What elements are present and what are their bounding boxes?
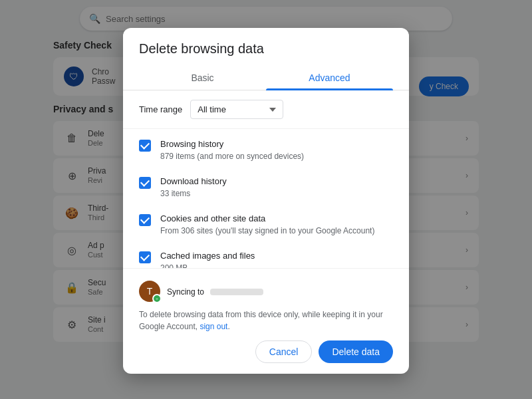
- footer-period: .: [227, 322, 229, 331]
- time-range-label: Time range: [139, 104, 182, 114]
- delete-data-button[interactable]: Delete data: [319, 340, 393, 363]
- footer-buttons: Cancel Delete data: [139, 332, 393, 363]
- checkbox-item-cached-images[interactable]: Cached images and files 200 MB: [123, 243, 409, 268]
- cached-images-text: Cached images and files 200 MB: [160, 250, 393, 268]
- sign-out-link[interactable]: sign out: [200, 322, 227, 331]
- checkbox-cached-images-box[interactable]: [139, 251, 151, 263]
- checkbox-cookies[interactable]: [139, 214, 151, 226]
- avatar-wrap: T +: [139, 281, 160, 302]
- download-history-text: Download history 33 items: [160, 176, 393, 200]
- modal-overlay: Delete browsing data Basic Advanced Time…: [0, 0, 532, 399]
- sync-text: Syncing to: [167, 285, 263, 297]
- sync-row: T + Syncing to: [139, 275, 393, 309]
- checkbox-item-cookies[interactable]: Cookies and other site data From 306 sit…: [123, 206, 409, 243]
- footer-info: To delete browsing data from this device…: [139, 309, 393, 332]
- download-history-sub: 33 items: [160, 188, 393, 200]
- browsing-history-sub: 879 items (and more on synced devices): [160, 151, 393, 162]
- modal-title: Delete browsing data: [139, 41, 393, 57]
- checkbox-download-history-box[interactable]: [139, 177, 151, 189]
- cookies-title: Cookies and other site data: [160, 213, 393, 225]
- cookies-sub: From 306 sites (you'll stay signed in to…: [160, 225, 393, 237]
- cancel-button[interactable]: Cancel: [255, 340, 313, 363]
- time-range-select[interactable]: All time Last hour Last 24 hours Last 7 …: [190, 100, 283, 119]
- sync-badge: +: [152, 294, 162, 303]
- modal-tabs: Basic Advanced: [123, 66, 409, 90]
- footer-text: To delete browsing data from this device…: [139, 310, 383, 331]
- browsing-history-title: Browsing history: [160, 138, 393, 150]
- checkbox-cookies-box[interactable]: [139, 214, 151, 226]
- sync-account-blurred: [210, 289, 263, 295]
- cached-images-title: Cached images and files: [160, 250, 393, 262]
- checkbox-list: Browsing history 879 items (and more on …: [123, 129, 409, 268]
- modal-header: Delete browsing data Basic Advanced: [123, 28, 409, 90]
- checkbox-download-history[interactable]: [139, 177, 151, 189]
- checkbox-browsing-history[interactable]: [139, 140, 151, 152]
- browsing-history-text: Browsing history 879 items (and more on …: [160, 138, 393, 162]
- syncing-label: Syncing to: [167, 287, 204, 297]
- sync-icon: +: [154, 296, 160, 301]
- svg-text:+: +: [156, 297, 158, 301]
- delete-browsing-data-modal: Delete browsing data Basic Advanced Time…: [123, 28, 409, 374]
- checkbox-cached-images[interactable]: [139, 251, 151, 263]
- download-history-title: Download history: [160, 176, 393, 188]
- tab-basic[interactable]: Basic: [139, 66, 266, 90]
- checkbox-browsing-history-box[interactable]: [139, 140, 151, 152]
- cookies-text: Cookies and other site data From 306 sit…: [160, 213, 393, 237]
- checkbox-item-download-history[interactable]: Download history 33 items: [123, 169, 409, 206]
- cached-images-sub: 200 MB: [160, 263, 393, 268]
- tab-advanced[interactable]: Advanced: [266, 66, 393, 90]
- time-range-row: Time range All time Last hour Last 24 ho…: [123, 90, 409, 129]
- modal-footer: T + Syncing to To delete browsing data f…: [123, 268, 409, 374]
- checkbox-item-browsing-history[interactable]: Browsing history 879 items (and more on …: [123, 132, 409, 169]
